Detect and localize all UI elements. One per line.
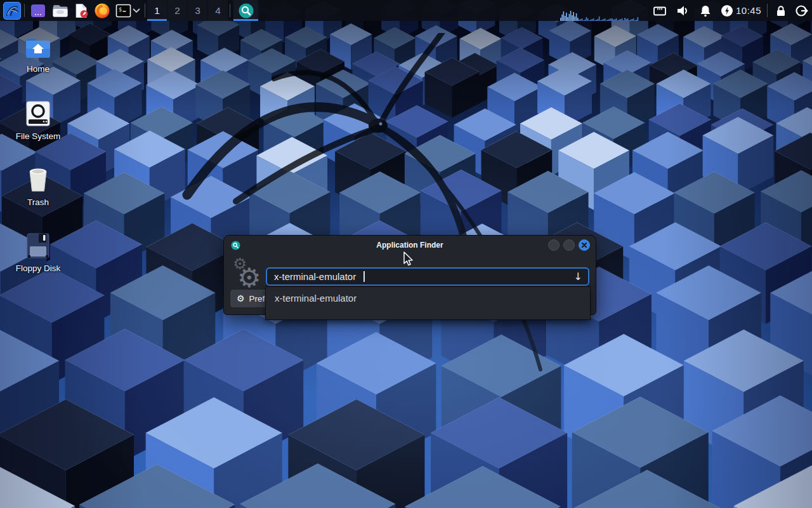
gear-icon: ⚙ [237, 293, 245, 304]
network-tray-icon[interactable] [650, 0, 669, 21]
close-button[interactable] [579, 239, 590, 251]
text-editor-launcher[interactable] [71, 0, 91, 21]
dashboard-icon [30, 4, 46, 18]
cpu-graph[interactable] [560, 0, 641, 21]
chevron-down-icon [133, 8, 140, 13]
text-editor-icon [74, 3, 89, 18]
desktop-icon-label: Floppy Disk [16, 264, 61, 273]
trash-icon [25, 166, 51, 193]
volume-tray-icon[interactable] [672, 0, 693, 21]
lock-icon [773, 3, 789, 18]
desktop-icon-label: File System [16, 131, 61, 141]
firefox-icon [94, 3, 110, 19]
desktop-icon-label: Trash [27, 197, 49, 207]
lock-screen-button[interactable] [771, 0, 790, 21]
firefox-launcher[interactable] [92, 0, 112, 21]
log-out-icon [794, 3, 809, 18]
dashboard-launcher[interactable] [28, 0, 48, 21]
application-finder-icon [238, 3, 254, 19]
minimize-button[interactable] [548, 239, 560, 251]
workspace-3[interactable]: 3 [188, 0, 207, 21]
network-icon [652, 3, 667, 18]
application-finder-taskbar-button[interactable] [233, 0, 258, 21]
terminal-icon: $ [115, 4, 131, 18]
close-icon [581, 242, 587, 248]
file-manager-icon [52, 4, 69, 18]
home-folder-icon [24, 36, 52, 60]
floppy-disk-icon [26, 232, 50, 259]
desktop-icon-file-system[interactable]: File System [8, 100, 69, 141]
log-out-button[interactable] [792, 0, 811, 21]
clock[interactable]: 10:45 [733, 0, 764, 21]
window-title: Application Finder [224, 241, 596, 250]
desktop-icon-label: Home [27, 64, 49, 74]
titlebar[interactable]: Application Finder [224, 236, 596, 255]
notifications-tray-icon[interactable] [696, 0, 715, 21]
svg-text:$: $ [119, 6, 122, 13]
terminal-menu-arrow[interactable] [131, 0, 142, 21]
workspace-4[interactable]: 4 [208, 0, 228, 21]
dropdown-arrow-icon[interactable]: ↓ [574, 271, 582, 283]
desktop-icon-home[interactable]: Home [8, 36, 69, 74]
maximize-button[interactable] [563, 239, 575, 251]
application-finder-icon [231, 241, 240, 250]
desktop-icon-trash[interactable]: Trash [8, 166, 69, 207]
file-manager-launcher[interactable] [49, 0, 71, 21]
workspace-2[interactable]: 2 [167, 0, 187, 21]
search-input[interactable]: x-terminal-emulator ↓ [266, 267, 589, 286]
top-panel: $ 1 2 3 4 [0, 0, 812, 21]
volume-icon [674, 3, 691, 19]
workspace-1[interactable]: 1 [147, 0, 167, 21]
applications-menu-button[interactable] [2, 0, 22, 21]
cpu-graph-bars [560, 0, 641, 21]
search-input-value: x-terminal-emulator [274, 271, 356, 282]
gears-icon: ⚙⚙ [232, 256, 263, 293]
kali-menu-icon [3, 2, 21, 20]
text-caret [363, 271, 365, 282]
completion-dropdown: x-terminal-emulator [265, 286, 591, 320]
terminal-launcher[interactable]: $ [114, 0, 133, 21]
application-finder-window: Application Finder ⚙⚙ x-terminal-emulato… [223, 235, 596, 315]
desktop-icon-floppy-disk[interactable]: Floppy Disk [8, 232, 69, 273]
notification-bell-icon [698, 3, 713, 18]
hard-disk-icon [25, 100, 51, 127]
completion-item[interactable]: x-terminal-emulator [266, 287, 590, 304]
desktop-root: Home File System Trash Fl [0, 0, 812, 508]
